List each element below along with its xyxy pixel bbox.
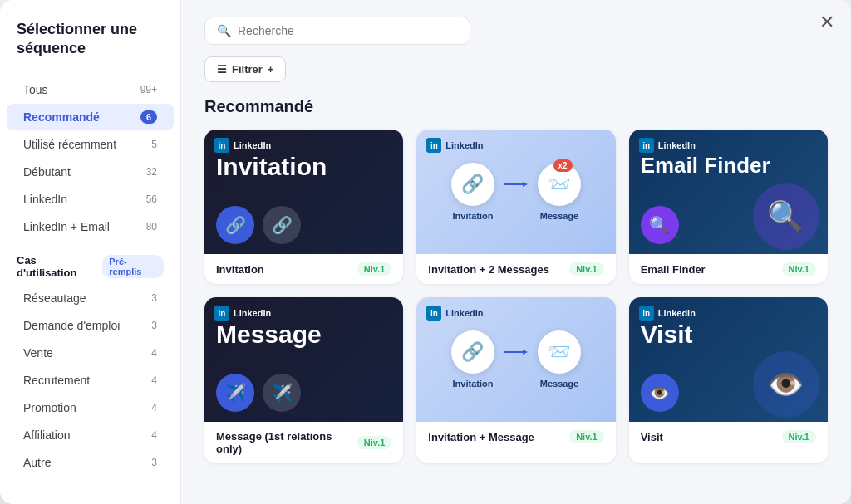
sidebar-item-recommande[interactable]: Recommandé 6 [7,104,174,130]
sidebar-item-tous[interactable]: Tous 99+ [7,76,174,103]
sidebar-item-label: Utilisé récemment [23,138,116,151]
flow-node-message: 📨 Message [538,330,581,389]
search-bar[interactable]: 🔍 [204,17,470,45]
x2-badge: x2 [553,159,573,172]
sidebar-item-badge: 6 [140,110,157,124]
main-content: 🔍 ☰ Filtrer + Recommandé in LinkedIn In [181,0,851,504]
sidebar-item-debutant[interactable]: Débutant 32 [7,159,174,185]
svg-marker-1 [523,182,528,187]
level-badge: Niv.1 [782,430,816,443]
sidebar-item-label: Recrutement [23,374,90,387]
card-title: Invitation + 2 Messages [428,263,549,276]
card-invitation-message[interactable]: in LinkedIn 🔗 Invitation 📨 M [416,297,615,463]
sidebar-item-label: Promotion [23,401,76,414]
sidebar-item-badge: 4 [151,429,157,441]
sidebar-item-badge: 4 [151,374,157,386]
sidebar-title: Sélectionner une séquence [0,20,180,76]
sidebar-item-badge: 32 [146,166,157,178]
big-search-icon: 🔍 [753,183,819,250]
filter-button[interactable]: ☰ Filtrer + [204,56,286,82]
svg-marker-3 [523,350,528,355]
sidebar-item-demande-emploi[interactable]: Demande d'emploi 3 [7,312,174,339]
sidebar-item-badge: 4 [151,402,157,413]
sidebar-item-utilise[interactable]: Utilisé récemment 5 [7,131,174,158]
filter-plus: + [268,63,274,76]
sidebar-item-badge: 99+ [140,84,157,95]
message-circle: 📨 [538,330,581,374]
sidebar-item-affiliation[interactable]: Affiliation 4 [7,422,174,448]
linkedin-icon: in [426,138,441,153]
flow-node-invitation: 🔗 Invitation [451,330,494,389]
send-icon-2: ✈️ [263,374,301,412]
sidebar-item-badge: 80 [146,221,157,232]
search-input[interactable] [238,24,458,37]
sidebar-item-linkedin-email[interactable]: LinkedIn + Email 80 [7,213,174,240]
link-icon: 🔗 [216,206,254,244]
card-title: Invitation + Message [428,431,534,443]
sidebar-item-autre[interactable]: Autre 3 [7,449,174,476]
level-badge: Niv.1 [569,430,603,443]
filter-icon: ☰ [217,63,227,76]
sidebar-item-badge: 4 [151,347,157,359]
sidebar-item-promotion[interactable]: Promotion 4 [7,394,174,421]
close-button[interactable]: ✕ [819,13,834,32]
card-visit[interactable]: in LinkedIn Visit 👁️ 👁️ Visit Niv.1 [629,297,828,463]
card-footer: Invitation + Message Niv.1 [416,422,615,452]
cards-grid: in LinkedIn Invitation 🔗 🔗 Invitation Ni… [204,130,828,463]
card-footer: Message (1st relations only) Niv.1 [204,422,403,463]
sidebar-item-linkedin[interactable]: LinkedIn 56 [7,186,174,213]
card-footer: Invitation + 2 Messages Niv.1 [416,254,615,284]
card-footer: Invitation Niv.1 [204,254,403,284]
flow-arrow [504,180,528,188]
card-big-title: Visit [641,321,693,349]
filter-label: Filtrer [232,63,263,76]
level-badge: Niv.1 [782,262,816,276]
eye-icon: 👁️ [641,374,679,412]
sidebar-item-label: Vente [23,346,53,360]
invitation-circle: 🔗 [451,163,494,206]
big-eye-icon: 👁️ [753,351,819,418]
sidebar-item-recrutement[interactable]: Recrutement 4 [7,367,174,394]
card-invitation[interactable]: in LinkedIn Invitation 🔗 🔗 Invitation Ni… [204,130,403,284]
flow-arrow [504,348,528,356]
sidebar: Sélectionner une séquence Tous 99+ Recom… [0,0,181,504]
card-big-title: Email Finder [641,153,770,179]
sidebar-item-label: Réseautage [23,291,86,305]
link-icon-2: 🔗 [263,206,301,244]
sidebar-item-vente[interactable]: Vente 4 [7,340,174,366]
sidebar-item-label: Recommandé [23,110,100,124]
linkedin-tag: in LinkedIn [426,306,483,321]
select-sequence-modal: ✕ Sélectionner une séquence Tous 99+ Rec… [0,0,851,504]
card-title: Invitation [216,263,264,276]
card-title: Email Finder [641,263,706,276]
invitation-circle: 🔗 [451,330,494,374]
sidebar-item-label: Tous [23,83,48,96]
section-title: Recommandé [204,97,828,116]
linkedin-icon: in [426,306,441,321]
search-circle-icon: 🔍 [641,206,679,244]
sidebar-item-badge: 3 [151,457,157,468]
pre-filled-badge: Pré-remplis [102,255,164,278]
card-big-title: Invitation [216,153,327,181]
card-invitation-2msg[interactable]: in LinkedIn 🔗 Invitation 📨 M [416,130,615,284]
level-badge: Niv.1 [357,436,391,449]
sidebar-item-badge: 3 [151,320,157,331]
sidebar-item-label: Débutant [23,165,71,179]
level-badge: Niv.1 [357,262,391,276]
sidebar-item-label: LinkedIn + Email [23,220,110,233]
sidebar-item-label: LinkedIn [23,193,67,206]
card-title: Message (1st relations only) [216,430,357,455]
sidebar-item-label: Autre [23,456,51,469]
sidebar-item-badge: 3 [151,292,157,304]
card-title: Visit [641,431,663,443]
sidebar-item-badge: 56 [146,193,157,205]
sidebar-item-label: Affiliation [23,428,71,442]
sidebar-section-label: Cas d'utilisation Pré-remplis [0,241,180,284]
sidebar-item-reseautage[interactable]: Réseautage 3 [7,285,174,311]
sidebar-item-label: Demande d'emploi [23,319,120,332]
card-footer: Email Finder Niv.1 [629,254,828,284]
card-email-finder[interactable]: in LinkedIn Email Finder 🔍 🔍 Email Finde… [629,130,828,284]
flow-node-invitation: 🔗 Invitation [451,163,494,221]
card-big-title: Message [216,321,322,349]
card-message[interactable]: in LinkedIn Message ✈️ ✈️ Message (1st r… [204,297,403,463]
